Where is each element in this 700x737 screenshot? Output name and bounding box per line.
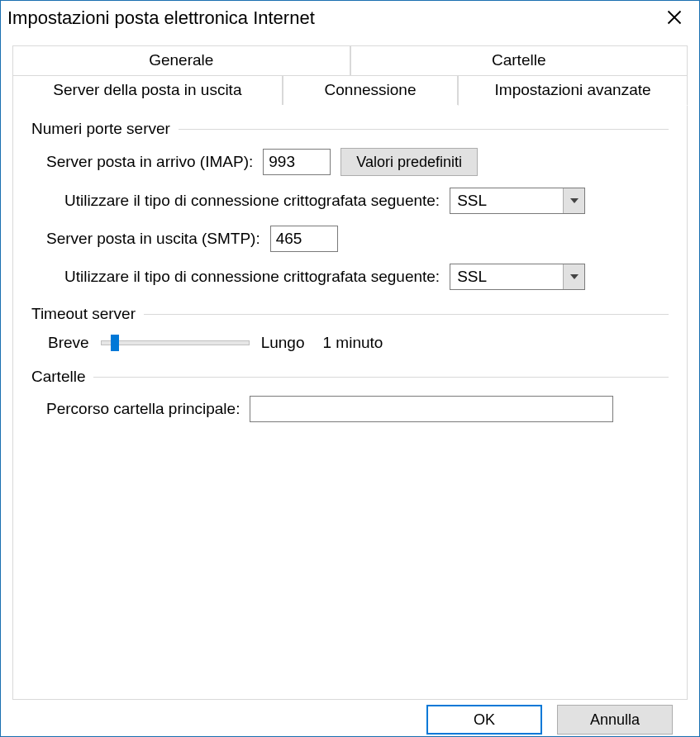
tab-panel-avanzate: Numeri porte server Server posta in arri… <box>12 105 688 700</box>
smtp-port-input[interactable] <box>270 226 338 252</box>
group-timeout-legend: Timeout server <box>31 305 136 323</box>
slider-track <box>101 340 250 345</box>
dialog-window: Impostazioni posta elettronica Internet … <box>0 0 700 737</box>
tab-generale[interactable]: Generale <box>12 45 350 76</box>
titlebar: Impostazioni posta elettronica Internet <box>1 1 699 34</box>
tab-cartelle[interactable]: Cartelle <box>350 45 688 76</box>
tab-avanzate[interactable]: Impostazioni avanzate <box>458 75 688 106</box>
imap-port-input[interactable] <box>263 149 331 175</box>
timeout-slider[interactable] <box>101 333 250 353</box>
group-ports-legend: Numeri porte server <box>31 120 170 138</box>
divider <box>144 314 669 315</box>
root-path-input[interactable] <box>250 396 613 422</box>
imap-encryption-select[interactable]: SSL <box>450 188 585 214</box>
group-timeout: Timeout server Breve Lungo 1 minuto <box>31 305 669 353</box>
timeout-long-label: Lungo <box>261 334 305 352</box>
imap-encryption-label: Utilizzare il tipo di connessione critto… <box>64 192 440 210</box>
timeout-value: 1 minuto <box>322 334 383 352</box>
chevron-down-icon <box>563 264 584 289</box>
close-button[interactable] <box>658 1 691 34</box>
group-folders: Cartelle Percorso cartella principale: <box>31 368 669 422</box>
divider <box>179 129 669 130</box>
smtp-encryption-value: SSL <box>450 268 563 286</box>
timeout-short-label: Breve <box>48 334 89 352</box>
ok-button[interactable]: OK <box>426 705 542 735</box>
imap-encryption-value: SSL <box>450 192 563 210</box>
smtp-port-label: Server posta in uscita (SMTP): <box>46 230 260 248</box>
group-ports: Numeri porte server Server posta in arri… <box>31 120 669 290</box>
close-icon <box>667 10 682 25</box>
slider-thumb[interactable] <box>111 335 119 351</box>
cancel-button[interactable]: Annulla <box>557 705 673 735</box>
smtp-encryption-select[interactable]: SSL <box>450 264 585 290</box>
group-folders-legend: Cartelle <box>31 368 85 386</box>
smtp-encryption-label: Utilizzare il tipo di connessione critto… <box>64 268 440 286</box>
tab-server-uscita[interactable]: Server della posta in uscita <box>12 75 283 106</box>
chevron-down-icon <box>563 188 584 213</box>
dialog-body: Generale Cartelle Server della posta in … <box>1 34 699 737</box>
divider <box>93 377 669 378</box>
imap-port-label: Server posta in arrivo (IMAP): <box>46 153 253 171</box>
window-title: Impostazioni posta elettronica Internet <box>7 6 658 29</box>
tab-connessione[interactable]: Connessione <box>283 75 458 106</box>
defaults-button[interactable]: Valori predefiniti <box>340 148 478 176</box>
root-path-label: Percorso cartella principale: <box>46 400 240 418</box>
dialog-footer: OK Annulla <box>12 700 688 737</box>
tab-strip: Generale Cartelle Server della posta in … <box>12 45 688 106</box>
